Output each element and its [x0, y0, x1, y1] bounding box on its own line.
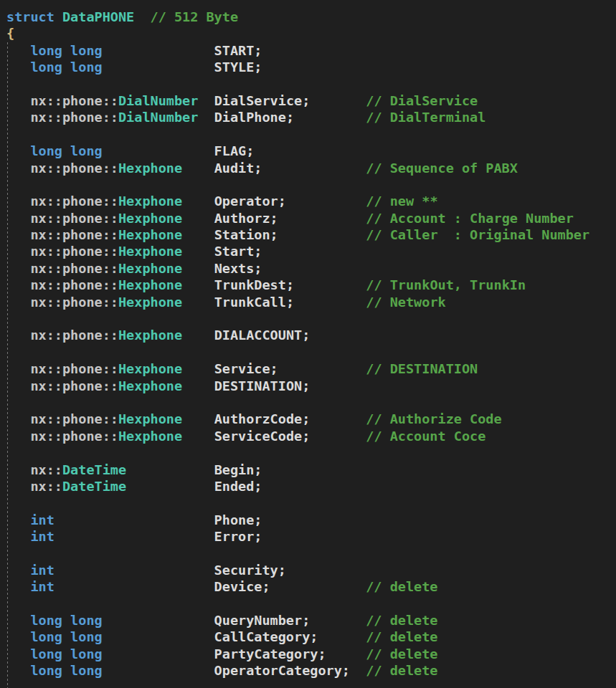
code-token-id: FLAG;: [214, 143, 255, 158]
code-token-id: Station;: [214, 227, 278, 242]
code-token-cm: // Account : Charge Number: [366, 211, 574, 226]
code-token-ty: Hexphone: [118, 261, 182, 276]
code-token-pl: [294, 277, 366, 292]
code-token-op: ::: [103, 227, 118, 242]
code-token-ns: nx: [30, 227, 46, 242]
code-token-op: ::: [103, 411, 118, 426]
code-token-pl: [182, 261, 214, 276]
code-token-kw: int: [30, 563, 54, 578]
code-token-kw: long long: [30, 143, 102, 158]
code-line: nx::DateTime Begin;: [6, 462, 616, 478]
code-line-blank: [6, 394, 616, 411]
code-token-cm: // delete: [366, 613, 437, 628]
code-token-cm: // delete: [366, 663, 437, 678]
code-token-cm: // new **: [366, 194, 437, 209]
code-line-blank: [6, 76, 616, 92]
code-line: int Security;: [6, 562, 616, 578]
code-token-id: DIALACCOUNT;: [214, 328, 311, 343]
code-line: nx::phone::Hexphone Start;: [6, 243, 616, 259]
code-token-ns: nx: [30, 93, 46, 108]
code-token-id: Security;: [214, 563, 286, 578]
code-token-cm: // TrunkOut, TrunkIn: [366, 277, 526, 292]
code-line-blank: [6, 596, 616, 612]
code-line: nx::phone::Hexphone Operator; // new **: [6, 193, 616, 209]
code-token-ns: nx: [30, 277, 46, 292]
code-token-pl: [6, 563, 30, 578]
code-line: nx::phone::DialNumber DialPhone; // Dial…: [6, 109, 616, 125]
code-token-kw: long long: [30, 59, 102, 75]
code-token-id: STYLE;: [214, 59, 262, 75]
code-token-ty: Hexphone: [118, 211, 182, 226]
code-token-ns: phone: [62, 244, 103, 259]
code-token-kw: struct: [6, 9, 55, 24]
code-token-id: TrunkCall;: [214, 295, 294, 310]
code-token-ns: phone: [62, 411, 103, 426]
code-token-cm: // Caller : Original Number: [366, 227, 589, 242]
code-token-ty: Hexphone: [118, 161, 182, 176]
code-token-pl: [6, 161, 30, 176]
code-token-id: Device;: [214, 579, 270, 594]
code-token-op: ::: [47, 378, 62, 393]
code-token-pl: [326, 646, 366, 661]
code-token-pl: [294, 110, 366, 125]
code-token-pl: [103, 629, 214, 644]
code-token-kw: long long: [30, 43, 102, 58]
code-token-id: OperatorCategory;: [214, 663, 350, 678]
code-line-blank: [6, 344, 616, 360]
code-line: nx::phone::Hexphone DESTINATION;: [6, 378, 616, 394]
code-token-op: ::: [47, 429, 62, 444]
code-token-pl: [182, 411, 214, 426]
code-token-pl: [6, 663, 30, 678]
code-token-pl: [182, 244, 214, 259]
code-line: long long QueryNumber; // delete: [6, 612, 616, 629]
code-token-ns: nx: [30, 429, 46, 444]
code-token-pl: [6, 479, 30, 494]
code-line: long long CallCategory; // delete: [6, 629, 616, 645]
code-token-ns: phone: [62, 211, 103, 226]
code-token-pl: [182, 429, 214, 444]
code-token-cm: // Sequence of PABX: [366, 161, 518, 176]
code-token-id: START;: [214, 43, 262, 58]
code-token-ns: phone: [62, 277, 103, 292]
code-line: nx::phone::DialNumber DialService; // Di…: [6, 92, 616, 109]
code-token-pl: [182, 277, 214, 292]
code-token-kw: long long: [30, 646, 102, 661]
code-token-pl: [6, 613, 30, 628]
code-token-ns: nx: [30, 378, 46, 393]
code-token-ns: phone: [62, 110, 103, 125]
code-token-kw: long long: [30, 629, 102, 644]
code-token-cm: // delete: [366, 629, 437, 644]
code-token-ty: Hexphone: [118, 328, 182, 343]
code-token-pl: [103, 59, 214, 75]
code-token-op: ::: [47, 328, 62, 343]
code-token-op: ::: [103, 361, 118, 376]
code-token-pl: [6, 646, 30, 661]
code-token-ty: DateTime: [62, 479, 126, 494]
code-token-ns: nx: [30, 211, 46, 226]
code-token-ty: DateTime: [62, 462, 126, 477]
code-token-ns: nx: [30, 161, 46, 176]
code-token-ty: Hexphone: [118, 277, 182, 292]
code-token-cm: // DialService: [366, 93, 478, 108]
code-line-blank: [6, 494, 616, 511]
code-token-op: ::: [47, 227, 62, 242]
code-token-pl: [278, 361, 366, 376]
code-token-op: ::: [47, 110, 62, 125]
code-token-pl: [6, 261, 30, 276]
code-token-pl: [198, 110, 214, 125]
code-token-pl: [6, 361, 30, 376]
code-token-pl: [278, 211, 366, 226]
code-token-pl: [318, 629, 366, 644]
code-token-op: ::: [47, 277, 62, 292]
code-token-pl: [198, 93, 214, 108]
code-editor[interactable]: struct DataPHONE // 512 Byte{ long long …: [0, 0, 616, 688]
code-token-ns: phone: [62, 93, 103, 108]
code-token-ns: nx: [30, 479, 46, 494]
code-token-pl: [126, 479, 214, 494]
code-token-op: ::: [47, 479, 62, 494]
code-token-pl: [182, 361, 214, 376]
code-token-pl: [103, 43, 214, 58]
code-token-pl: [6, 194, 30, 209]
code-token-pl: [6, 277, 30, 292]
code-token-pl: [350, 663, 366, 678]
